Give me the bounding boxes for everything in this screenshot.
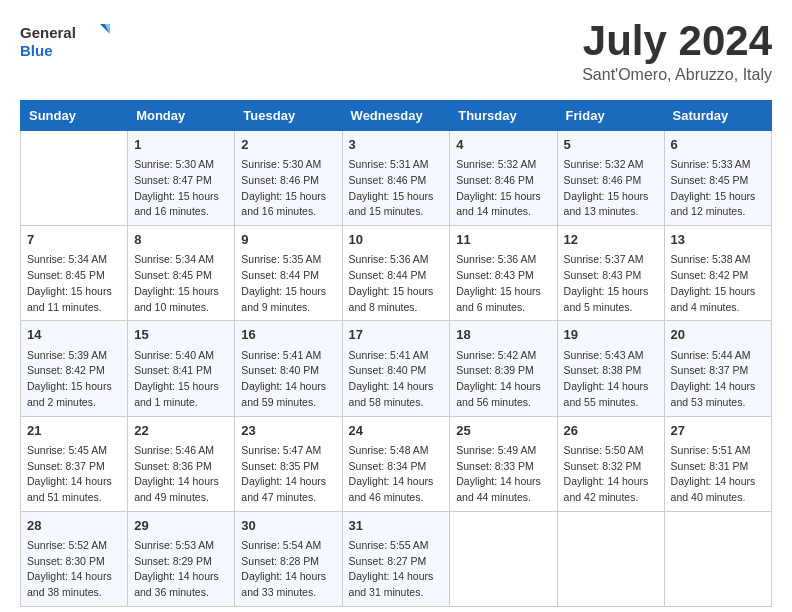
- calendar-cell: 3 Sunrise: 5:31 AMSunset: 8:46 PMDayligh…: [342, 131, 450, 226]
- day-info: Sunrise: 5:47 AMSunset: 8:35 PMDaylight:…: [241, 444, 326, 503]
- day-number: 26: [564, 422, 658, 440]
- day-number: 8: [134, 231, 228, 249]
- day-number: 31: [349, 517, 444, 535]
- col-wednesday: Wednesday: [342, 101, 450, 131]
- col-tuesday: Tuesday: [235, 101, 342, 131]
- day-info: Sunrise: 5:55 AMSunset: 8:27 PMDaylight:…: [349, 539, 434, 598]
- day-number: 24: [349, 422, 444, 440]
- day-info: Sunrise: 5:38 AMSunset: 8:42 PMDaylight:…: [671, 253, 756, 312]
- day-info: Sunrise: 5:48 AMSunset: 8:34 PMDaylight:…: [349, 444, 434, 503]
- day-info: Sunrise: 5:36 AMSunset: 8:44 PMDaylight:…: [349, 253, 434, 312]
- day-info: Sunrise: 5:45 AMSunset: 8:37 PMDaylight:…: [27, 444, 112, 503]
- day-number: 18: [456, 326, 550, 344]
- svg-text:General: General: [20, 24, 76, 41]
- day-info: Sunrise: 5:53 AMSunset: 8:29 PMDaylight:…: [134, 539, 219, 598]
- day-number: 21: [27, 422, 121, 440]
- calendar-cell: 20 Sunrise: 5:44 AMSunset: 8:37 PMDaylig…: [664, 321, 771, 416]
- calendar-week-row: 28 Sunrise: 5:52 AMSunset: 8:30 PMDaylig…: [21, 511, 772, 606]
- calendar-week-row: 1 Sunrise: 5:30 AMSunset: 8:47 PMDayligh…: [21, 131, 772, 226]
- col-saturday: Saturday: [664, 101, 771, 131]
- day-info: Sunrise: 5:50 AMSunset: 8:32 PMDaylight:…: [564, 444, 649, 503]
- svg-text:Blue: Blue: [20, 42, 53, 59]
- day-info: Sunrise: 5:30 AMSunset: 8:46 PMDaylight:…: [241, 158, 326, 217]
- calendar-cell: 6 Sunrise: 5:33 AMSunset: 8:45 PMDayligh…: [664, 131, 771, 226]
- day-number: 14: [27, 326, 121, 344]
- location-subtitle: Sant'Omero, Abruzzo, Italy: [582, 66, 772, 84]
- calendar-cell: 24 Sunrise: 5:48 AMSunset: 8:34 PMDaylig…: [342, 416, 450, 511]
- day-info: Sunrise: 5:36 AMSunset: 8:43 PMDaylight:…: [456, 253, 541, 312]
- day-number: 1: [134, 136, 228, 154]
- day-number: 20: [671, 326, 765, 344]
- day-info: Sunrise: 5:32 AMSunset: 8:46 PMDaylight:…: [564, 158, 649, 217]
- day-number: 23: [241, 422, 335, 440]
- calendar-cell: 1 Sunrise: 5:30 AMSunset: 8:47 PMDayligh…: [128, 131, 235, 226]
- calendar-cell: 22 Sunrise: 5:46 AMSunset: 8:36 PMDaylig…: [128, 416, 235, 511]
- calendar-cell: 14 Sunrise: 5:39 AMSunset: 8:42 PMDaylig…: [21, 321, 128, 416]
- calendar-cell: 2 Sunrise: 5:30 AMSunset: 8:46 PMDayligh…: [235, 131, 342, 226]
- day-number: 28: [27, 517, 121, 535]
- day-number: 3: [349, 136, 444, 154]
- day-info: Sunrise: 5:34 AMSunset: 8:45 PMDaylight:…: [27, 253, 112, 312]
- day-number: 29: [134, 517, 228, 535]
- day-number: 4: [456, 136, 550, 154]
- day-number: 7: [27, 231, 121, 249]
- day-info: Sunrise: 5:34 AMSunset: 8:45 PMDaylight:…: [134, 253, 219, 312]
- calendar-cell: 8 Sunrise: 5:34 AMSunset: 8:45 PMDayligh…: [128, 226, 235, 321]
- day-info: Sunrise: 5:35 AMSunset: 8:44 PMDaylight:…: [241, 253, 326, 312]
- calendar-week-row: 7 Sunrise: 5:34 AMSunset: 8:45 PMDayligh…: [21, 226, 772, 321]
- calendar-cell: [664, 511, 771, 606]
- day-info: Sunrise: 5:42 AMSunset: 8:39 PMDaylight:…: [456, 349, 541, 408]
- calendar-cell: 28 Sunrise: 5:52 AMSunset: 8:30 PMDaylig…: [21, 511, 128, 606]
- col-monday: Monday: [128, 101, 235, 131]
- calendar-table: Sunday Monday Tuesday Wednesday Thursday…: [20, 100, 772, 607]
- calendar-cell: 17 Sunrise: 5:41 AMSunset: 8:40 PMDaylig…: [342, 321, 450, 416]
- calendar-cell: 27 Sunrise: 5:51 AMSunset: 8:31 PMDaylig…: [664, 416, 771, 511]
- generalblue-logo: General Blue: [20, 20, 110, 64]
- calendar-cell: 25 Sunrise: 5:49 AMSunset: 8:33 PMDaylig…: [450, 416, 557, 511]
- calendar-cell: 13 Sunrise: 5:38 AMSunset: 8:42 PMDaylig…: [664, 226, 771, 321]
- day-info: Sunrise: 5:33 AMSunset: 8:45 PMDaylight:…: [671, 158, 756, 217]
- day-number: 6: [671, 136, 765, 154]
- day-number: 9: [241, 231, 335, 249]
- day-number: 27: [671, 422, 765, 440]
- day-number: 12: [564, 231, 658, 249]
- logo: General Blue: [20, 20, 110, 64]
- title-area: July 2024 Sant'Omero, Abruzzo, Italy: [582, 20, 772, 84]
- day-number: 25: [456, 422, 550, 440]
- day-info: Sunrise: 5:54 AMSunset: 8:28 PMDaylight:…: [241, 539, 326, 598]
- day-number: 10: [349, 231, 444, 249]
- day-info: Sunrise: 5:52 AMSunset: 8:30 PMDaylight:…: [27, 539, 112, 598]
- day-info: Sunrise: 5:31 AMSunset: 8:46 PMDaylight:…: [349, 158, 434, 217]
- calendar-cell: [450, 511, 557, 606]
- calendar-cell: 10 Sunrise: 5:36 AMSunset: 8:44 PMDaylig…: [342, 226, 450, 321]
- calendar-cell: 5 Sunrise: 5:32 AMSunset: 8:46 PMDayligh…: [557, 131, 664, 226]
- day-number: 22: [134, 422, 228, 440]
- calendar-week-row: 21 Sunrise: 5:45 AMSunset: 8:37 PMDaylig…: [21, 416, 772, 511]
- day-number: 19: [564, 326, 658, 344]
- day-number: 15: [134, 326, 228, 344]
- calendar-cell: 31 Sunrise: 5:55 AMSunset: 8:27 PMDaylig…: [342, 511, 450, 606]
- calendar-cell: 18 Sunrise: 5:42 AMSunset: 8:39 PMDaylig…: [450, 321, 557, 416]
- day-number: 17: [349, 326, 444, 344]
- day-number: 5: [564, 136, 658, 154]
- calendar-cell: 29 Sunrise: 5:53 AMSunset: 8:29 PMDaylig…: [128, 511, 235, 606]
- page-header: General Blue July 2024 Sant'Omero, Abruz…: [20, 20, 772, 84]
- calendar-cell: 9 Sunrise: 5:35 AMSunset: 8:44 PMDayligh…: [235, 226, 342, 321]
- calendar-cell: 15 Sunrise: 5:40 AMSunset: 8:41 PMDaylig…: [128, 321, 235, 416]
- calendar-cell: 4 Sunrise: 5:32 AMSunset: 8:46 PMDayligh…: [450, 131, 557, 226]
- day-number: 30: [241, 517, 335, 535]
- month-title: July 2024: [582, 20, 772, 62]
- col-sunday: Sunday: [21, 101, 128, 131]
- day-info: Sunrise: 5:51 AMSunset: 8:31 PMDaylight:…: [671, 444, 756, 503]
- calendar-cell: 23 Sunrise: 5:47 AMSunset: 8:35 PMDaylig…: [235, 416, 342, 511]
- calendar-cell: 12 Sunrise: 5:37 AMSunset: 8:43 PMDaylig…: [557, 226, 664, 321]
- calendar-cell: 7 Sunrise: 5:34 AMSunset: 8:45 PMDayligh…: [21, 226, 128, 321]
- calendar-cell: 11 Sunrise: 5:36 AMSunset: 8:43 PMDaylig…: [450, 226, 557, 321]
- calendar-cell: 19 Sunrise: 5:43 AMSunset: 8:38 PMDaylig…: [557, 321, 664, 416]
- calendar-cell: 26 Sunrise: 5:50 AMSunset: 8:32 PMDaylig…: [557, 416, 664, 511]
- day-info: Sunrise: 5:41 AMSunset: 8:40 PMDaylight:…: [241, 349, 326, 408]
- calendar-cell: 16 Sunrise: 5:41 AMSunset: 8:40 PMDaylig…: [235, 321, 342, 416]
- day-number: 16: [241, 326, 335, 344]
- day-number: 11: [456, 231, 550, 249]
- day-info: Sunrise: 5:40 AMSunset: 8:41 PMDaylight:…: [134, 349, 219, 408]
